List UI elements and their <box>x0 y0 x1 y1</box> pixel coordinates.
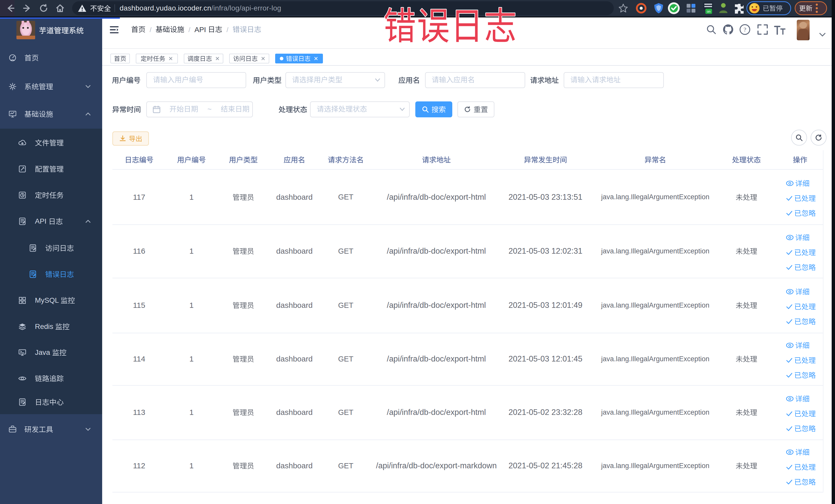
svg-text:?: ? <box>744 26 747 33</box>
svg-text:on: on <box>707 9 711 13</box>
